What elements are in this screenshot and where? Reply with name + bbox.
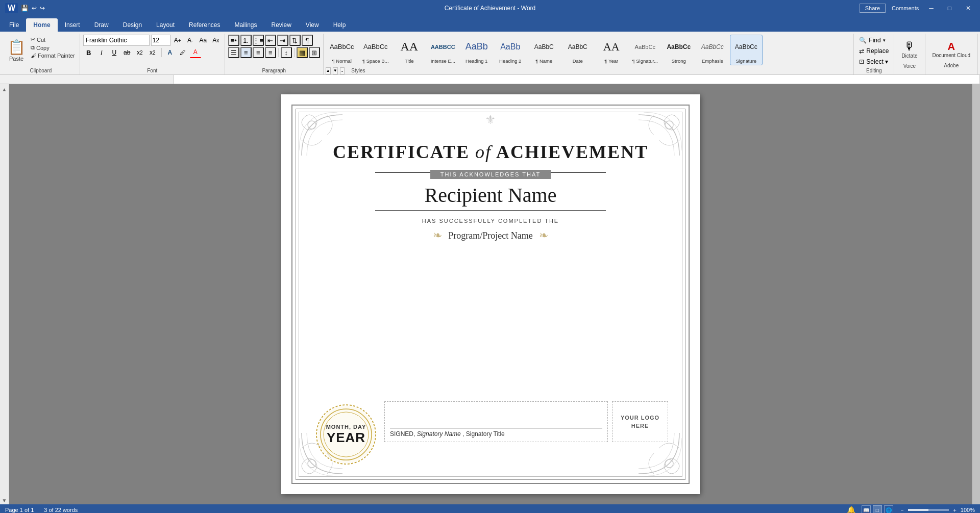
style-intense-e[interactable]: AABBCC Intense E... xyxy=(427,35,459,65)
quick-access-redo-icon[interactable]: ↪ xyxy=(40,5,45,12)
dictate-button[interactable]: 🎙 Dictate xyxy=(898,38,920,60)
style-sig-line-preview: AaBbCc xyxy=(630,36,660,57)
style-heading2[interactable]: AaBb Heading 2 xyxy=(494,35,527,65)
quick-access-undo-icon[interactable]: ↩ xyxy=(32,5,37,12)
change-case-btn[interactable]: Aa xyxy=(198,35,209,46)
status-notifications[interactable]: 🔔 xyxy=(847,506,855,513)
style-emphasis[interactable]: AaBbCc Emphasis xyxy=(696,35,729,65)
tab-home[interactable]: Home xyxy=(26,18,57,32)
increase-indent-btn[interactable]: ⇥ xyxy=(277,35,288,46)
tab-view[interactable]: View xyxy=(299,18,326,32)
copy-button[interactable]: ⧉ Copy xyxy=(29,44,77,52)
style-signature[interactable]: AaBbCc Signature xyxy=(730,35,763,65)
borders-btn[interactable]: ⊞ xyxy=(309,47,320,58)
align-right-btn[interactable]: ≡ xyxy=(253,47,264,58)
tab-help[interactable]: Help xyxy=(326,18,353,32)
font-name-selector[interactable] xyxy=(83,35,150,46)
style-normal[interactable]: AaBbCc ¶ Normal xyxy=(326,35,358,65)
adobe-doc-cloud-button[interactable]: A Document Cloud xyxy=(929,39,973,60)
underline-button[interactable]: U xyxy=(109,47,120,58)
sort-btn[interactable]: ⇅ xyxy=(289,35,301,46)
justify-btn[interactable]: ≡ xyxy=(265,47,276,58)
cert-title-italic: of xyxy=(475,142,492,162)
cert-logo-area[interactable]: YOUR LOGO HERE xyxy=(612,401,668,442)
format-painter-button[interactable]: 🖌 Format Painter xyxy=(29,52,77,59)
styles-group: AaBbCc ¶ Normal AaBbCc ¶ Space B... AA T… xyxy=(324,34,854,74)
clear-formatting-btn[interactable]: Ax xyxy=(210,35,222,46)
zoom-controls: － ＋ 100% xyxy=(899,506,975,514)
view-read-btn[interactable]: 📖 xyxy=(862,505,871,513)
view-print-btn[interactable]: □ xyxy=(873,505,882,513)
styles-scroll-down[interactable]: ▼ xyxy=(333,67,338,74)
align-center-btn[interactable]: ≡ xyxy=(240,47,252,58)
cert-program-name[interactable]: Program/Project Name xyxy=(448,230,532,241)
quick-access-save-icon[interactable]: 💾 xyxy=(21,5,29,12)
select-button[interactable]: ⊡ Select ▾ xyxy=(857,57,890,66)
style-strong[interactable]: AaBbCc Strong xyxy=(663,35,695,65)
superscript-button[interactable]: x2 xyxy=(147,47,158,58)
shading-btn[interactable]: ▦ xyxy=(297,47,308,58)
style-title[interactable]: AA Title xyxy=(393,35,426,65)
close-btn[interactable]: ✕ xyxy=(962,4,975,13)
style-signature-line[interactable]: AaBbCc ¶ Signatur... xyxy=(629,35,662,65)
decrease-indent-btn[interactable]: ⇤ xyxy=(265,35,276,46)
margin-arrow-down[interactable]: ▼ xyxy=(2,497,7,504)
italic-button[interactable]: I xyxy=(96,47,107,58)
view-web-btn[interactable]: 🌐 xyxy=(884,505,893,513)
show-formatting-btn[interactable]: ¶ xyxy=(302,35,313,46)
replace-button[interactable]: ⇄ Replace xyxy=(857,46,891,56)
font-increase-btn[interactable]: A+ xyxy=(172,35,183,46)
zoom-out-btn[interactable]: － xyxy=(899,506,905,514)
style-normal-text: AaBbCc xyxy=(330,43,354,50)
find-button[interactable]: 🔍 Find ▾ xyxy=(857,36,887,45)
style-space-before[interactable]: AaBbCc ¶ Space B... xyxy=(359,35,392,65)
styles-scroll-up[interactable]: ▲ xyxy=(326,67,331,74)
font-size-selector[interactable] xyxy=(151,35,170,46)
minimize-btn[interactable]: ─ xyxy=(925,4,938,13)
style-year[interactable]: AA ¶ Year xyxy=(595,35,628,65)
style-name[interactable]: AaBbC ¶ Name xyxy=(528,35,560,65)
tab-layout[interactable]: Layout xyxy=(149,18,182,32)
seal-inner: MONTH, DAY YEAR xyxy=(321,424,372,446)
tab-draw[interactable]: Draw xyxy=(87,18,116,32)
right-scrollbar[interactable] xyxy=(972,84,980,504)
tab-mailings[interactable]: Mailings xyxy=(227,18,264,32)
numbering-btn[interactable]: 1. xyxy=(240,35,252,46)
line-spacing-btn[interactable]: ↕ xyxy=(281,47,292,58)
maximize-btn[interactable]: □ xyxy=(944,4,955,13)
microphone-icon: 🎙 xyxy=(904,40,915,53)
cut-button[interactable]: ✂ Cut xyxy=(29,36,77,43)
tab-references[interactable]: References xyxy=(182,18,227,32)
text-highlight-btn[interactable]: 🖊 xyxy=(177,47,188,58)
margin-arrow-up[interactable]: ▲ xyxy=(2,86,7,93)
style-heading1[interactable]: AaBb Heading 1 xyxy=(460,35,493,65)
style-emphasis-preview: AaBbCc xyxy=(698,36,727,57)
font-decrease-btn[interactable]: A- xyxy=(185,35,196,46)
tab-file[interactable]: File xyxy=(2,18,26,32)
cert-recipient[interactable]: Recipient Name xyxy=(425,183,557,207)
zoom-in-btn[interactable]: ＋ xyxy=(952,506,958,514)
text-effects-btn[interactable]: A xyxy=(164,47,176,58)
style-date[interactable]: AaBbC Date xyxy=(561,35,594,65)
subscript-button[interactable]: x2 xyxy=(134,47,145,58)
comments-button[interactable]: Comments xyxy=(892,5,919,11)
tab-design[interactable]: Design xyxy=(116,18,149,32)
tab-insert[interactable]: Insert xyxy=(58,18,87,32)
style-year-preview: AA xyxy=(597,36,626,57)
font-color-btn[interactable]: A xyxy=(190,47,201,58)
strikethrough-button[interactable]: ab xyxy=(121,47,133,58)
document-area[interactable]: ⚜ CERTIFICATE of ACHIEVEMENT THIS ACKNOW… xyxy=(9,84,972,504)
line-left-top xyxy=(375,172,430,173)
share-button[interactable]: Share xyxy=(860,4,886,13)
styles-expand[interactable]: ⌄ xyxy=(340,67,345,74)
bullets-btn[interactable]: ≡• xyxy=(228,35,239,46)
zoom-slider[interactable] xyxy=(908,509,949,511)
tab-review[interactable]: Review xyxy=(264,18,299,32)
paste-button[interactable]: 📋 Paste xyxy=(5,35,28,67)
multilevel-list-btn[interactable]: ⋮≡ xyxy=(253,35,264,46)
cert-sig-area[interactable]: SIGNED, Signatory Name , Signatory Title xyxy=(384,401,608,442)
sig-text: SIGNED, Signatory Name , Signatory Title xyxy=(390,430,602,438)
bold-button[interactable]: B xyxy=(83,47,94,58)
paste-icon: 📋 xyxy=(8,40,26,55)
align-left-btn[interactable]: ☰ xyxy=(228,47,239,58)
